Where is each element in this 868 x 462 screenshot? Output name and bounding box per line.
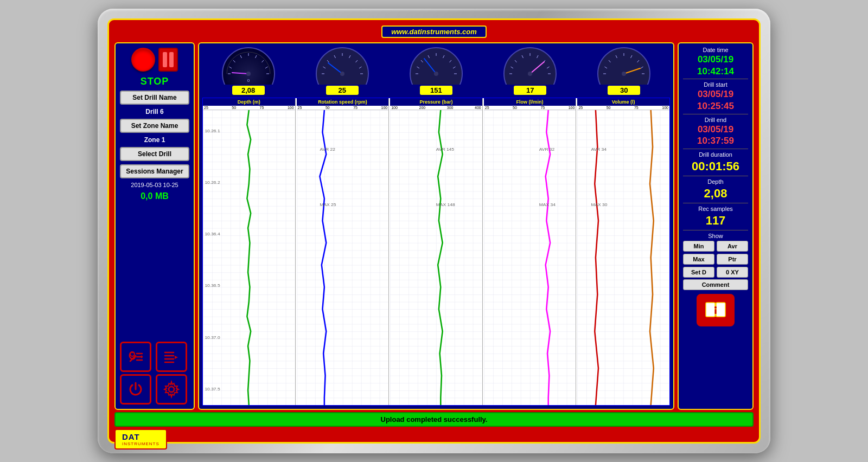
gauge-rotation-value: 25 [326,86,359,95]
chart-volume-scale: 255075100 [577,106,669,110]
gear-button[interactable] [156,374,187,405]
gauge-depth: 0 2,08 [221,47,276,95]
bottom-icons [120,342,189,405]
drill-end-label: Drill end [705,117,726,123]
power-button[interactable] [120,374,151,405]
charts-area: Depth (m) 255075100 [202,98,670,406]
svg-text:MAX 25: MAX 25 [320,203,336,207]
dat-logo: DAT INSTRUMENTS [114,429,167,450]
gauge-volume-value: 30 [608,86,640,95]
oxy-button[interactable]: 0 XY [717,267,748,278]
chart-rotation-scale: 255075100 [297,106,389,110]
svg-text:10.26.2: 10.26.2 [205,181,220,185]
divider-4 [683,176,748,176]
set-drill-name-button[interactable]: Set Drill Name [120,91,189,105]
select-drill-button[interactable]: Select Drill [120,147,189,161]
status-bar: Upload completed successfully. [114,412,754,427]
svg-point-60 [528,72,532,76]
divider-5 [683,203,748,203]
divider-1 [683,79,748,79]
gauge-volume: 30 [597,47,651,95]
svg-marker-4 [140,355,142,358]
rec-samples-value: 117 [706,214,726,228]
bottom-bar: DAT INSTRUMENTS [114,427,754,450]
svg-point-95 [714,306,717,309]
gauge-depth-value: 2,08 [232,86,265,95]
right-panel: Date time 03/05/19 10:42:14 Drill start … [678,42,754,410]
svg-rect-92 [706,303,715,317]
stop-button-area [131,48,178,72]
svg-text:AVR 34: AVR 34 [591,147,607,152]
svg-text:MAX 34: MAX 34 [539,203,556,207]
gauges-row: 0 2,08 [202,47,670,95]
pause-bar-right [169,52,174,67]
svg-rect-93 [716,303,725,317]
svg-text:AVR 145: AVR 145 [436,147,454,152]
drill-name-label: Drill 6 [145,108,163,116]
gauge-rotation: 25 [315,47,369,95]
gauge-flow: 17 [503,47,557,95]
pause-icon [158,48,178,72]
svg-text:10.37.5: 10.37.5 [205,387,220,392]
chart-flow-scale: 255075100 [484,106,576,110]
zone-name-label: Zone 1 [144,136,165,144]
show-buttons: Min Avr Max Ptr Set D 0 XY [683,241,748,278]
drill-duration-value: 00:01:56 [692,159,739,174]
chart-depth-body: 10.26.1 10.26.2 10.36.4 10.36.5 10.37.0 … [203,110,295,405]
svg-text:MAX 148: MAX 148 [436,203,455,207]
svg-text:0: 0 [247,78,250,83]
svg-rect-86 [484,110,576,405]
chart-depth-col: Depth (m) 255075100 [203,98,296,405]
divider-6 [683,230,748,230]
chart-volume-body: AVR 34 MAX 30 [577,110,669,405]
chart-pressure-scale: 100200300400 [390,106,482,110]
session-date: 2019-05-03 10-25 [131,182,178,188]
gauge-pressure-value: 151 [420,86,452,95]
max-button[interactable]: Max [683,254,714,265]
comment-button[interactable]: Comment [683,279,748,290]
pause-bar-left [163,52,167,67]
tools-button[interactable] [120,342,151,372]
rec-samples-label: Rec samples [698,206,733,212]
show-label: Show [708,233,723,239]
chart-depth-scale: 255075100 [203,106,295,110]
set-zone-name-button[interactable]: Set Zone Name [120,119,189,133]
drill-end-date: 03/05/19 [698,125,733,135]
chart-rotation-col: Rotation speed (rpm) 255075100 AVR 22 MA… [297,98,390,405]
chart-rotation-body: AVR 22 MAX 25 [297,110,389,405]
ptr-button[interactable]: Ptr [717,254,748,265]
svg-point-36 [340,72,344,76]
drill-end-time: 10:37:59 [697,136,734,146]
drill-duration-label: Drill duration [699,151,732,158]
svg-text:AVR 22: AVR 22 [320,147,335,152]
svg-point-11 [169,387,174,392]
svg-marker-9 [175,356,178,359]
website-bar: www.datinstruments.com [114,25,754,38]
sessions-manager-button[interactable]: Sessions Manager [120,164,189,178]
divider-3 [683,149,748,149]
setd-button[interactable]: Set D [683,267,714,278]
list-arrow-button[interactable] [156,342,187,372]
chart-pressure-body: AVR 145 MAX 148 [390,110,482,405]
date-time-date: 03/05/19 [698,55,733,65]
svg-text:MAX 30: MAX 30 [591,203,608,207]
drill-start-date: 03/05/19 [698,89,733,100]
date-time-time: 10:42:14 [697,67,734,77]
svg-text:10.36.5: 10.36.5 [205,284,220,288]
book-icon-button[interactable] [697,294,735,326]
depth-label: Depth [707,178,723,185]
stop-label: STOP [141,76,169,87]
svg-point-23 [246,72,251,76]
gauge-flow-value: 17 [514,86,546,95]
svg-rect-96 [715,309,717,314]
chart-pressure-header: Pressure (bar) [390,98,482,106]
avr-button[interactable]: Avr [717,241,748,252]
depth-value: 2,08 [704,187,727,201]
chart-pressure-col: Pressure (bar) 100200300400 AVR 145 MAX … [390,98,483,405]
min-button[interactable]: Min [683,241,714,252]
drill-start-time: 10:25:45 [697,101,734,112]
chart-volume-col: Volume (l) 255075100 AVR 34 MAX 30 [577,98,669,405]
svg-text:10.37.0: 10.37.0 [205,335,220,339]
main-content: STOP Set Drill Name Drill 6 Set Zone Nam… [114,42,754,410]
tablet-screen: www.datinstruments.com STOP Set Drill Na… [107,18,761,444]
